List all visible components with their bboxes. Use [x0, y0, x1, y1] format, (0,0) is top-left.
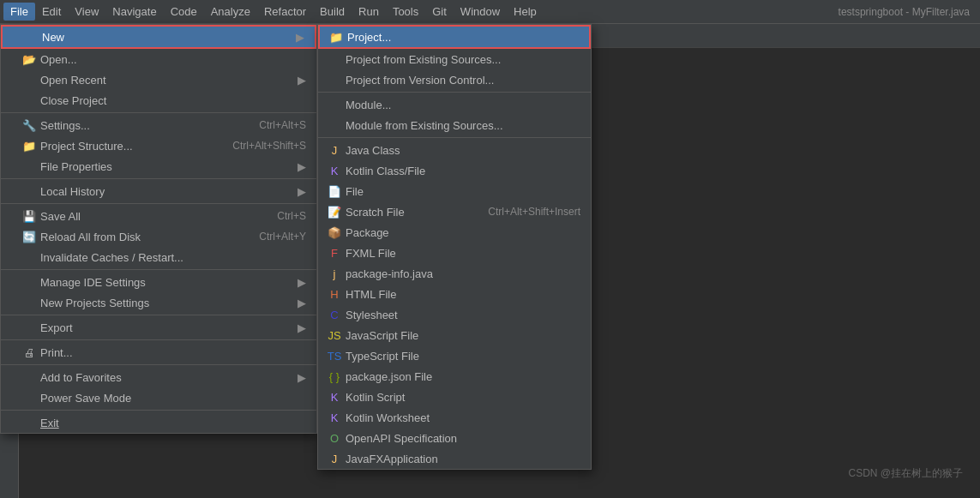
open-icon: 📂: [21, 52, 37, 66]
new-projects-settings-arrow: ▶: [298, 297, 306, 309]
menu-item-invalidate[interactable]: Invalidate Caches / Restart...: [1, 247, 316, 267]
menu-add-favorites-label: Add to Favorites: [40, 371, 122, 384]
menu-item-open-recent[interactable]: Open Recent ▶: [1, 69, 316, 90]
power-save-icon: [21, 391, 37, 405]
submenu-item-project-existing[interactable]: Project from Existing Sources...: [318, 49, 591, 69]
submenu-item-css[interactable]: C Stylesheet: [318, 304, 591, 325]
project-vcs-icon: [327, 73, 342, 87]
menu-item-new[interactable]: New ▶: [1, 25, 316, 49]
exit-icon: [21, 416, 37, 429]
submenu-item-html[interactable]: H HTML File: [318, 284, 591, 304]
menu-item-add-favorites[interactable]: Add to Favorites ▶: [1, 367, 316, 387]
local-history-arrow: ▶: [298, 185, 306, 198]
menu-item-reload[interactable]: 🔄 Reload All from Disk Ctrl+Alt+Y: [1, 226, 316, 247]
menubar-code[interactable]: Code: [164, 3, 204, 21]
menu-item-save-all[interactable]: 💾 Save All Ctrl+S: [1, 206, 316, 226]
submenu-html-label: HTML File: [346, 288, 396, 301]
submenu-item-fxml[interactable]: F FXML File: [318, 243, 591, 263]
project-structure-icon: 📁: [21, 139, 37, 153]
submenu-item-ts[interactable]: TS TypeScript File: [318, 345, 591, 366]
menu-item-file-properties[interactable]: File Properties ▶: [1, 156, 316, 177]
menu-local-history-label: Local History: [40, 185, 105, 198]
menu-item-power-save[interactable]: Power Save Mode: [1, 387, 316, 408]
menubar-window[interactable]: Window: [454, 3, 507, 21]
submenu-item-scratch[interactable]: 📝 Scratch File Ctrl+Alt+Shift+Insert: [318, 201, 591, 222]
menu-item-print[interactable]: 🖨 Print...: [1, 342, 316, 363]
file-properties-icon: [21, 159, 37, 173]
submenu-kotlin-script-label: Kotlin Script: [346, 391, 405, 404]
new-sep-1: [318, 92, 591, 93]
submenu-item-kotlin-class[interactable]: K Kotlin Class/File: [318, 160, 591, 181]
menubar-refactor[interactable]: Refactor: [257, 3, 313, 21]
menu-item-new-projects-settings[interactable]: New Projects Settings ▶: [1, 292, 316, 313]
menubar-edit[interactable]: Edit: [35, 3, 68, 21]
menu-save-all-label: Save All: [40, 210, 81, 223]
submenu-item-module[interactable]: Module...: [318, 94, 591, 115]
separator-8: [1, 410, 316, 411]
invalidate-icon: [21, 250, 37, 264]
css-icon: C: [327, 308, 342, 321]
menu-item-settings[interactable]: 🔧 Settings... Ctrl+Alt+S: [1, 115, 316, 135]
menubar-view[interactable]: View: [68, 3, 105, 21]
submenu-item-project-vcs[interactable]: Project from Version Control...: [318, 69, 591, 90]
submenu-item-file[interactable]: 📄 File: [318, 181, 591, 201]
menubar-help[interactable]: Help: [507, 3, 544, 21]
menu-item-exit[interactable]: Exit: [1, 412, 316, 433]
menu-new-projects-settings-label: New Projects Settings: [40, 297, 149, 309]
menu-print-label: Print...: [40, 346, 73, 359]
new-sep-2: [318, 137, 591, 138]
separator-5: [1, 315, 316, 315]
menubar-git[interactable]: Git: [425, 3, 454, 21]
titlebar: testspringboot - MyFilter.java: [839, 0, 980, 24]
menubar-file[interactable]: File: [3, 3, 35, 21]
submenu-item-kotlin-ws[interactable]: K Kotlin Worksheet: [318, 407, 591, 428]
submenu-item-project[interactable]: 📁 Project...: [318, 25, 591, 49]
new-submenu: 📁 Project... Project from Existing Sourc…: [317, 24, 592, 470]
submenu-item-package-info[interactable]: j package-info.java: [318, 263, 591, 284]
submenu-item-openapi[interactable]: O OpenAPI Specification: [318, 428, 591, 448]
menubar-tools[interactable]: Tools: [386, 3, 425, 21]
add-favorites-arrow: ▶: [298, 371, 306, 384]
menu-item-local-history[interactable]: Local History ▶: [1, 181, 316, 201]
file-icon: 📄: [327, 184, 342, 198]
submenu-package-info-label: package-info.java: [346, 267, 433, 280]
menu-item-close-project[interactable]: Close Project: [1, 90, 316, 111]
fxml-icon: F: [327, 246, 342, 260]
submenu-item-javafx[interactable]: J JavaFXApplication: [318, 448, 591, 469]
submenu-item-json[interactable]: { } package.json File: [318, 366, 591, 387]
export-arrow: ▶: [298, 321, 306, 334]
menubar-build[interactable]: Build: [313, 3, 352, 21]
menu-project-structure-label: Project Structure...: [40, 140, 133, 153]
menubar-analyze[interactable]: Analyze: [204, 3, 257, 21]
menubar-run[interactable]: Run: [352, 3, 386, 21]
menubar-navigate[interactable]: Navigate: [105, 3, 163, 21]
submenu-item-js[interactable]: JS JavaScript File: [318, 325, 591, 345]
menu-invalidate-label: Invalidate Caches / Restart...: [40, 251, 183, 264]
menu-close-project-label: Close Project: [40, 94, 106, 107]
submenu-item-package[interactable]: 📦 Package: [318, 222, 591, 243]
menu-settings-label: Settings...: [40, 119, 90, 132]
submenu-item-java-class[interactable]: J Java Class: [318, 140, 591, 160]
separator-7: [1, 364, 316, 365]
module-icon: [327, 98, 342, 111]
submenu-file-label: File: [346, 185, 364, 198]
separator-3: [1, 203, 316, 204]
title-text: testspringboot - MyFilter.java: [839, 6, 970, 18]
submenu-item-module-existing[interactable]: Module from Existing Sources...: [318, 115, 591, 135]
package-icon: 📦: [327, 225, 342, 239]
menu-item-open[interactable]: 📂 Open...: [1, 49, 316, 69]
menu-item-export[interactable]: Export ▶: [1, 317, 316, 338]
menu-item-manage-ide[interactable]: Manage IDE Settings ▶: [1, 272, 316, 292]
project-icon: 📁: [328, 30, 344, 44]
settings-icon: 🔧: [21, 118, 37, 132]
manage-ide-icon: [21, 275, 37, 289]
open-recent-arrow-icon: ▶: [298, 74, 306, 87]
export-icon: [21, 321, 37, 334]
submenu-json-label: package.json File: [346, 370, 432, 383]
separator-4: [1, 269, 316, 270]
submenu-item-kotlin-script[interactable]: K Kotlin Script: [318, 387, 591, 407]
menu-item-project-structure[interactable]: 📁 Project Structure... Ctrl+Alt+Shift+S: [1, 135, 316, 156]
separator-1: [1, 112, 316, 113]
reload-icon: 🔄: [21, 230, 37, 243]
menubar: File Edit View Navigate Code Analyze Ref…: [0, 0, 980, 24]
